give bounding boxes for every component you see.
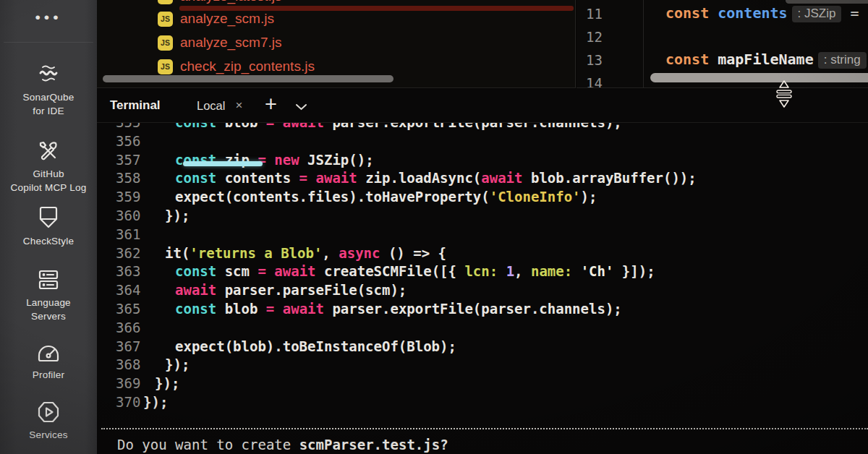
operator-token: = xyxy=(841,4,867,22)
code-token: }); xyxy=(143,394,168,410)
line-number: 366 xyxy=(116,319,143,338)
code-editor-panel: 11 12 13 14 const contents: JSZip = awai… xyxy=(576,0,868,88)
new-terminal-button[interactable]: + xyxy=(265,93,277,116)
code-token: , xyxy=(514,263,531,279)
line-number: 370 xyxy=(116,393,143,412)
code-token: blob xyxy=(216,301,266,317)
line-number: 360 xyxy=(116,207,143,226)
file-row-analyze-scm[interactable]: JS analyze_scm.js xyxy=(158,9,274,28)
sidebar-item-checkstyle[interactable]: CheckStyle xyxy=(0,205,104,249)
line-number: 369 xyxy=(116,374,143,393)
terminal-line: 359expect(contents.files).toHaveProperty… xyxy=(97,188,868,207)
code-token: }]); xyxy=(613,263,655,279)
line-number: 368 xyxy=(116,356,143,374)
file-name: analyze_scm.js xyxy=(180,11,274,27)
sidebar-label: CheckStyle xyxy=(0,235,104,249)
code-token: name: xyxy=(531,263,572,279)
sidebar-label: GitHub xyxy=(0,168,104,181)
overflow-menu-button[interactable]: ••• xyxy=(0,9,97,26)
line-number: 356 xyxy=(116,132,143,151)
horizontal-scrollbar[interactable] xyxy=(103,75,393,82)
editor-code-line: const contents: JSZip = await xyxy=(665,4,868,22)
sidebar-item-profiler[interactable]: Profiler xyxy=(0,341,104,382)
js-file-icon: JS xyxy=(158,59,173,74)
code-token: 'Ch' xyxy=(581,263,614,279)
editor-code-line: const mapFileName: string xyxy=(665,51,867,69)
terminal-prompt: Do you want to create scmParser.test.js? xyxy=(117,437,448,453)
terminal-line: 355const blob = await parser.exportFile(… xyxy=(97,123,868,132)
terminal-title[interactable]: Terminal xyxy=(110,98,161,113)
sidebar-divider xyxy=(4,42,93,43)
terminal-line: 369}); xyxy=(97,374,868,393)
code-token: blob xyxy=(216,123,266,130)
code-token: const xyxy=(175,301,216,317)
line-number: 365 xyxy=(116,300,143,319)
code-token xyxy=(266,263,274,279)
close-tab-icon[interactable]: × xyxy=(235,98,242,113)
terminal-divider xyxy=(101,428,868,429)
code-token: }); xyxy=(155,375,179,391)
line-number: 14 xyxy=(586,75,615,88)
sonarqube-icon xyxy=(0,61,104,87)
sidebar-item-copilot-mcp-log[interactable]: GitHub Copilot MCP Log xyxy=(0,139,104,195)
code-token: }); xyxy=(165,356,190,372)
row-resize-handle[interactable] xyxy=(773,79,795,112)
code-token: createSCMFile([{ xyxy=(316,263,465,279)
line-number: 13 xyxy=(586,52,615,68)
code-token: const xyxy=(175,170,216,186)
file-row-analyze-latest[interactable]: JS analyze_latest.js xyxy=(158,0,281,6)
terminal-line: 370}); xyxy=(97,393,868,412)
sidebar-label: Copilot MCP Log xyxy=(0,181,104,195)
sidebar-label: for IDE xyxy=(0,105,104,119)
code-token: expect(contents.files).toHaveProperty( xyxy=(175,189,490,205)
code-token xyxy=(274,123,282,130)
sidebar-item-services[interactable]: Services xyxy=(0,400,104,442)
terminal-line: 362it('returns a Blob', async () => { xyxy=(97,244,868,263)
line-number: 358 xyxy=(116,169,143,188)
terminal-line: 357const zip = new JSZip(); xyxy=(97,151,868,170)
line-number: 11 xyxy=(586,6,615,22)
profiler-icon xyxy=(0,341,104,364)
code-token: parser.exportFile(parser.channels); xyxy=(324,123,622,130)
code-token: await xyxy=(283,301,324,317)
code-token: lcn: xyxy=(464,263,498,279)
terminal-line: 358const contents = await zip.loadAsync(… xyxy=(97,169,868,188)
tools-icon xyxy=(0,139,104,163)
code-token: parser.parseFile(scm); xyxy=(216,282,407,298)
code-token xyxy=(498,263,506,279)
prompt-text: Do you want to create xyxy=(117,437,299,453)
code-token: scm xyxy=(216,263,258,279)
sidebar-item-language-servers[interactable]: Language Servers xyxy=(0,267,104,324)
line-number: 12 xyxy=(586,29,615,45)
keyword-token: const xyxy=(665,51,718,68)
file-row-check-zip-contents[interactable]: JS check_zip_contents.js xyxy=(158,57,315,76)
code-token xyxy=(572,263,580,279)
line-number: 355 xyxy=(116,123,143,132)
variable-token: mapFileName xyxy=(718,51,813,68)
chevron-down-icon[interactable] xyxy=(295,100,307,113)
code-token xyxy=(266,152,274,168)
horizontal-scrollbar[interactable] xyxy=(650,73,868,82)
sidebar-label: Language xyxy=(0,296,104,310)
code-token: await xyxy=(175,282,216,298)
terminal-tab-label: Local xyxy=(197,99,225,113)
code-token: 1 xyxy=(506,263,514,279)
terminal-line: 367expect(blob).toBeInstanceOf(Blob); xyxy=(97,338,868,356)
sidebar-label: Services xyxy=(0,429,104,442)
terminal-tab-local[interactable]: Local × xyxy=(197,98,242,113)
code-token: async xyxy=(339,245,380,261)
js-file-icon: JS xyxy=(158,35,173,51)
terminal-line: 366 xyxy=(97,319,868,338)
code-token: = xyxy=(266,301,274,317)
code-token: }); xyxy=(165,207,190,223)
file-row-analyze-scm7[interactable]: JS analyze_scm7.js xyxy=(158,33,281,52)
terminal-line: 356 xyxy=(97,132,868,151)
checkstyle-icon xyxy=(0,205,104,231)
terminal-selection-highlight xyxy=(183,161,263,166)
code-token: , xyxy=(322,245,339,261)
sidebar-item-sonarqube[interactable]: SonarQube for IDE xyxy=(0,61,104,119)
code-token: 'returns a Blob' xyxy=(190,245,322,261)
js-file-icon: JS xyxy=(158,12,173,27)
sidebar-label: Servers xyxy=(0,310,104,324)
code-token: it( xyxy=(165,245,190,261)
